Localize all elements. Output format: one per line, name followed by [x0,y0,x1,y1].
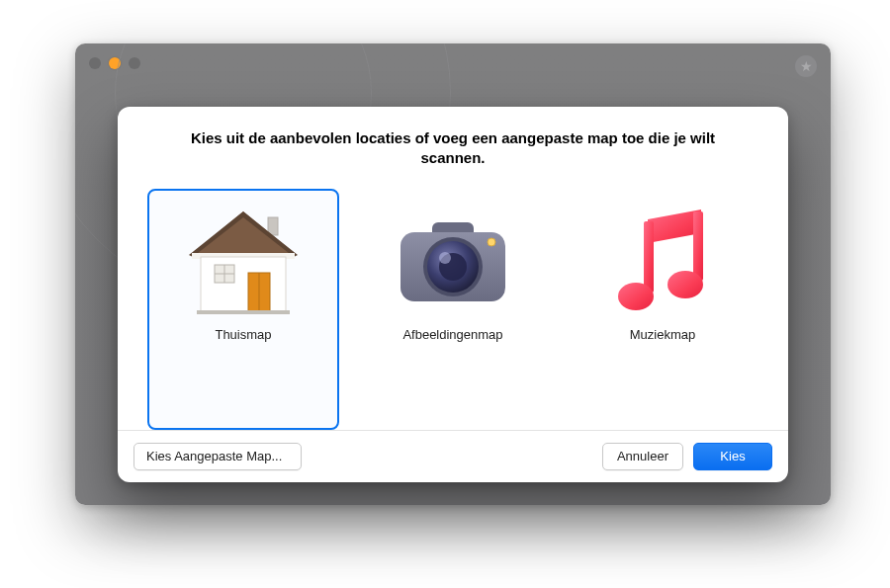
cancel-button[interactable]: Annuleer [602,443,683,470]
svg-point-20 [618,283,654,310]
svg-rect-18 [644,221,654,293]
music-folder-icon [593,205,732,321]
choose-custom-folder-button[interactable]: Kies Aangepaste Map... [134,443,302,470]
svg-point-17 [439,252,451,264]
option-home-folder[interactable]: Thuismap [147,189,339,430]
svg-rect-10 [197,310,290,314]
option-label: Afbeeldingenmap [402,327,502,342]
svg-rect-19 [693,211,703,281]
pictures-folder-icon [384,205,522,321]
svg-point-21 [668,271,703,298]
option-music-folder[interactable]: Muziekmap [567,189,758,430]
home-folder-icon [174,205,312,321]
option-label: Thuismap [215,327,271,342]
dialog-footer: Kies Aangepaste Map... Annuleer Kies [118,431,788,482]
option-label: Muziekmap [630,327,695,342]
svg-rect-4 [201,257,286,312]
choose-button[interactable]: Kies [693,443,772,470]
location-options: Thuismap [118,179,788,430]
dialog-title: Kies uit de aanbevolen locaties of voeg … [118,107,788,179]
star-icon: ★ [795,55,817,77]
choose-location-dialog: Kies uit de aanbevolen locaties of voeg … [118,107,788,482]
svg-point-13 [488,238,495,246]
svg-marker-1 [193,211,294,253]
option-pictures-folder[interactable]: Afbeeldingenmap [357,189,549,430]
